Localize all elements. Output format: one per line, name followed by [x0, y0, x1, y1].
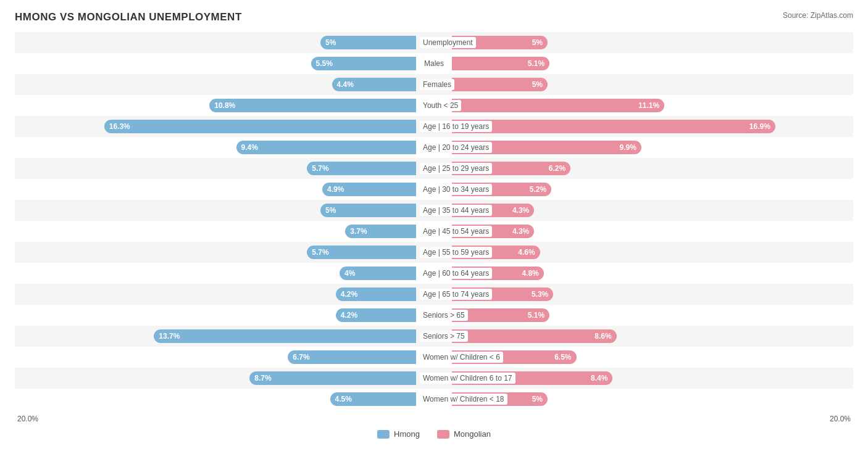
left-section: 4.2% [15, 284, 420, 305]
bar-row: 4.9%Age | 30 to 34 years5.2% [15, 179, 853, 200]
bar-row: 16.3%Age | 16 to 19 years16.9% [15, 116, 853, 137]
left-section: 4.5% [15, 389, 420, 410]
chart-container: HMONG VS MONGOLIAN UNEMPLOYMENT Source: … [0, 0, 868, 457]
left-section: 5.7% [15, 242, 420, 263]
hmong-value-inside: 5.5% [316, 59, 333, 68]
hmong-bar: 5% [320, 204, 416, 217]
right-section: 4.3% [448, 221, 853, 242]
hmong-bar: 4.2% [336, 287, 416, 301]
row-label: Age | 20 to 24 years [420, 142, 492, 153]
left-section: 6.7% [15, 347, 420, 368]
legend-item-hmong: Hmong [377, 429, 420, 439]
mongolian-bar: 5.1% [452, 57, 549, 70]
hmong-value-inside: 13.7% [159, 332, 180, 341]
mongolian-bar: 5% [452, 78, 548, 91]
mongolian-bar: 8.6% [452, 329, 617, 343]
hmong-bar: 8.7% [249, 371, 416, 385]
left-section: 4.4% [15, 74, 420, 95]
axis-right: 20.0% [448, 415, 853, 423]
axis-label-right: 20.0% [830, 415, 851, 423]
bar-row: 5%Unemployment5% [15, 32, 853, 53]
mongolian-value-inside: 11.1% [638, 101, 659, 110]
left-section: 5% [15, 32, 420, 53]
mongolian-value-inside: 8.6% [595, 332, 611, 341]
mongolian-value-inside: 5.1% [528, 311, 545, 320]
bar-row: 4.5%Women w/ Children < 185% [15, 389, 853, 410]
left-section: 5% [15, 200, 420, 221]
left-section: 3.7% [15, 221, 420, 242]
row-label: Age | 25 to 29 years [420, 163, 492, 174]
left-section: 13.7% [15, 326, 420, 347]
row-label: Age | 35 to 44 years [420, 205, 492, 216]
hmong-bar: 4.4% [332, 78, 416, 91]
mongolian-value-inside: 5% [532, 38, 543, 47]
row-label: Males [421, 58, 447, 69]
hmong-value-inside: 4.4% [337, 80, 354, 89]
row-label: Unemployment [420, 37, 476, 48]
chart-header: HMONG VS MONGOLIAN UNEMPLOYMENT Source: … [15, 11, 853, 23]
mongolian-value-inside: 9.9% [620, 143, 636, 152]
right-section: 5.3% [448, 284, 853, 305]
bar-row: 9.4%Age | 20 to 24 years9.9% [15, 137, 853, 158]
right-section: 4.6% [448, 242, 853, 263]
mongolian-value-inside: 4.3% [512, 206, 529, 215]
hmong-value-inside: 9.4% [241, 143, 258, 152]
hmong-bar: 4.2% [336, 308, 416, 322]
chart-title: HMONG VS MONGOLIAN UNEMPLOYMENT [15, 11, 242, 23]
mongolian-legend-label: Mongolian [454, 429, 491, 439]
right-section: 16.9% [448, 116, 853, 137]
row-label: Women w/ Children 6 to 17 [420, 373, 515, 384]
right-section: 5% [448, 389, 853, 410]
hmong-bar: 4.9% [322, 183, 416, 196]
bar-row: 4.2%Seniors > 655.1% [15, 305, 853, 326]
hmong-bar: 4% [340, 267, 416, 280]
bar-row: 4.4%Females5% [15, 74, 853, 95]
right-section: 5.2% [448, 179, 853, 200]
bar-row: 3.7%Age | 45 to 54 years4.3% [15, 221, 853, 242]
mongolian-value-inside: 4.8% [522, 269, 538, 278]
hmong-bar: 6.7% [288, 350, 416, 364]
mongolian-value-inside: 4.3% [512, 227, 529, 236]
row-label: Age | 60 to 64 years [420, 268, 492, 279]
hmong-value-inside: 5.7% [312, 248, 328, 257]
hmong-legend-box [377, 430, 390, 439]
row-label: Age | 65 to 74 years [420, 289, 492, 300]
left-section: 10.8% [15, 95, 420, 116]
hmong-value-inside: 3.7% [350, 227, 367, 236]
hmong-value-inside: 4% [344, 269, 355, 278]
mongolian-value-inside: 16.9% [749, 122, 770, 131]
mongolian-value-inside: 5% [532, 395, 543, 403]
right-section: 4.8% [448, 263, 853, 284]
hmong-value-inside: 6.7% [293, 353, 309, 362]
left-section: 4.2% [15, 305, 420, 326]
right-section: 6.5% [448, 347, 853, 368]
hmong-bar: 10.8% [209, 99, 416, 112]
hmong-bar: 5.5% [311, 57, 417, 70]
row-label: Age | 16 to 19 years [420, 121, 492, 132]
hmong-bar: 3.7% [345, 225, 416, 238]
row-label: Age | 55 to 59 years [420, 247, 492, 258]
bar-row: 5%Age | 35 to 44 years4.3% [15, 200, 853, 221]
legend: Hmong Mongolian [15, 429, 853, 439]
hmong-value-inside: 10.8% [214, 101, 235, 110]
hmong-value-inside: 5% [325, 206, 336, 215]
left-section: 16.3% [15, 116, 420, 137]
mongolian-value-inside: 6.2% [549, 164, 565, 173]
chart-source: Source: ZipAtlas.com [783, 11, 853, 20]
left-section: 8.7% [15, 368, 420, 389]
hmong-bar: 5% [320, 36, 416, 49]
row-label: Women w/ Children < 6 [420, 352, 503, 363]
left-section: 5.5% [15, 53, 420, 74]
hmong-value-inside: 16.3% [109, 122, 130, 131]
axis-label-left: 20.0% [17, 415, 38, 423]
hmong-value-inside: 4.9% [327, 185, 344, 194]
mongolian-bar: 11.1% [452, 99, 664, 112]
right-section: 4.3% [448, 200, 853, 221]
row-label: Youth < 25 [420, 100, 461, 111]
bar-row: 4%Age | 60 to 64 years4.8% [15, 263, 853, 284]
mongolian-value-inside: 6.5% [554, 353, 571, 362]
bar-row: 13.7%Seniors > 758.6% [15, 326, 853, 347]
row-label: Seniors > 65 [420, 310, 468, 321]
right-section: 5.1% [448, 305, 853, 326]
mongolian-value-inside: 8.4% [591, 374, 607, 382]
